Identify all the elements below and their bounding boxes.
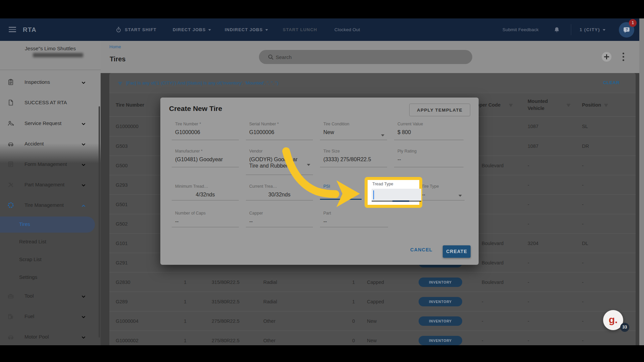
cell-fac: 1 (150, 292, 186, 311)
start-shift-button[interactable]: START SHIFT (125, 18, 157, 41)
sidebar-item-settings[interactable]: Settings (0, 270, 101, 285)
field-number-of-caps[interactable]: Number of Caps -- (172, 211, 239, 227)
sidebar: Jesse"s Limo Shuttles Inspections SUCCES… (0, 41, 101, 345)
svg-text:?: ? (626, 27, 628, 32)
cell-mounted-vehicle: - (528, 214, 529, 234)
sidebar-item-tires[interactable]: Tires (0, 217, 95, 233)
indirect-jobs-menu[interactable]: INDIRECT JOBS (225, 18, 268, 41)
kebab-menu-icon[interactable] (623, 52, 625, 61)
page-title: Tires (110, 55, 125, 63)
sidebar-item-service-request[interactable]: Service Request (0, 116, 101, 131)
search-bar[interactable] (259, 50, 472, 64)
cancel-button[interactable]: CANCEL (410, 247, 432, 252)
service-request-icon (7, 120, 14, 127)
sidebar-item-motor-pool[interactable]: Motor Pool (0, 330, 101, 345)
sidebar-item-form-management[interactable]: Form Management (0, 157, 101, 172)
divider (0, 70, 101, 70)
sidebar-item-tire-management[interactable]: Tire Management (0, 198, 101, 213)
column-header-tire-number[interactable]: Tire Number (116, 93, 144, 117)
page-scrollbar[interactable] (639, 18, 644, 345)
filter-icon[interactable] (131, 103, 136, 108)
cell-position: - (582, 175, 584, 195)
table-row[interactable]: G2830 1 315/80R22.5 Radial 1 Capped INVE… (109, 272, 636, 292)
chevron-down-icon (82, 163, 85, 167)
cell-tire-size: 315/80R22.5 (212, 292, 239, 311)
cell-tread-type: Radial (263, 292, 277, 311)
column-header-mounted-vehicle[interactable]: Mounted Vehicle (528, 98, 558, 112)
cell-mounted-vehicle: 3204 (528, 234, 538, 253)
field-tire-type[interactable]: Tire Type -- (418, 184, 465, 200)
field-current-value[interactable]: Current Value $ 800 (394, 122, 464, 140)
clear-filter-button[interactable]: CLEAR (603, 80, 620, 85)
active-filter-text: [Fac] Is any of('1 (CITY)') And [Status]… (126, 80, 278, 85)
sidebar-item-tool[interactable]: Tool (0, 289, 101, 304)
search-input[interactable] (276, 50, 464, 64)
submit-feedback-link[interactable]: Submit Feedback (502, 18, 539, 41)
field-tread-type-input[interactable] (372, 189, 421, 201)
cell-position: - (582, 214, 584, 234)
breadcrumb[interactable]: Home (109, 44, 121, 49)
cell-condition: New (367, 331, 377, 345)
hamburger-menu-icon[interactable] (9, 27, 16, 32)
cell-position: SL (582, 117, 588, 136)
cell-mounted-vehicle: - (528, 292, 529, 311)
cell-location: Boulevard (482, 273, 503, 292)
clock-status: Clocked Out (334, 18, 360, 41)
chevron-down-icon (82, 183, 85, 187)
filter-icon[interactable] (604, 103, 608, 108)
cell-tire-size: 275/80R22.5 (212, 331, 239, 345)
field-tire-condition[interactable]: Tire Condition New (320, 122, 387, 140)
app-root: RTA START SHIFT DIRECT JOBS INDIRECT JOB… (0, 0, 644, 362)
sidebar-item-scrap-list[interactable]: Scrap List (0, 252, 101, 267)
text-cursor (373, 190, 374, 199)
cell-mounted-vehicle: - (528, 156, 529, 175)
cell-tire-number: G503 (116, 136, 127, 156)
add-button[interactable] (602, 52, 611, 62)
cell-mounted-vehicle: - (528, 175, 529, 195)
sidebar-scrollbar[interactable] (99, 106, 100, 338)
cell-tread-type: Radial (263, 273, 277, 292)
form-icon (7, 161, 14, 168)
field-tread-type-label: Tread Type (372, 182, 393, 186)
help-chat-icon: ? (622, 25, 631, 35)
status-badge: INVENTORY (419, 336, 462, 345)
document-icon (7, 99, 14, 106)
chevron-down-icon (82, 295, 85, 298)
cell-tire-size: 315/80R22.5 (212, 273, 239, 292)
cell-position: - (582, 156, 584, 175)
field-minimum-tread[interactable]: Minimum Tread… 4/32nds (172, 184, 239, 200)
letterbox-bar (0, 345, 644, 362)
field-serial-number[interactable]: Serial Number * G1000006 (246, 122, 313, 140)
cell-number-of-caps: 0 (318, 331, 355, 345)
field-ply-rating[interactable]: Ply Rating -- (394, 149, 464, 167)
cell-tire-number: G2830 (116, 273, 130, 292)
create-button[interactable]: CREATE (443, 245, 471, 258)
field-part[interactable]: Part -- (320, 211, 388, 227)
sidebar-item-success-at-rta[interactable]: SUCCESS AT RTA (0, 96, 101, 110)
sidebar-item-accident[interactable]: Accident (0, 137, 101, 152)
sidebar-item-inspections[interactable]: Inspections (0, 75, 101, 90)
field-tire-number[interactable]: Tire Number * G1000006 (172, 122, 239, 140)
cell-number-of-caps: 1 (318, 292, 355, 311)
sidebar-item-part-management[interactable]: Part Management (0, 178, 101, 192)
filter-icon[interactable] (566, 103, 571, 108)
column-header-position[interactable]: Position (582, 93, 601, 117)
sidebar-item-fuel[interactable]: Fuel (0, 309, 101, 324)
direct-jobs-menu[interactable]: DIRECT JOBS (173, 18, 211, 41)
vehicle-icon (7, 334, 14, 340)
cell-tire-number: G293 (116, 175, 127, 195)
table-row[interactable]: G289 1 315/80R22.5 Radial 1 Capped INVEN… (109, 292, 636, 311)
table-row[interactable]: G1000002 1 275/80R22.5 Other 0 New INVEN… (109, 330, 636, 345)
filter-icon (117, 81, 123, 86)
divider (571, 24, 571, 35)
sidebar-item-retread-list[interactable]: Retread List (0, 235, 101, 249)
filter-icon[interactable] (508, 103, 513, 108)
cell-position: - (582, 195, 584, 214)
apply-template-button[interactable]: APPLY TEMPLATE (409, 104, 470, 116)
cell-condition: Capped (367, 292, 384, 311)
bell-icon[interactable] (553, 26, 560, 34)
field-capper[interactable]: Capper -- (246, 211, 313, 227)
facility-selector[interactable]: 1 (CITY) (580, 18, 605, 41)
field-manufacturer[interactable]: Manufacturer * (G10481) Goodyear (172, 149, 239, 167)
table-row[interactable]: G1000004 1 275/80R22.5 Other 0 New INVEN… (109, 311, 636, 330)
